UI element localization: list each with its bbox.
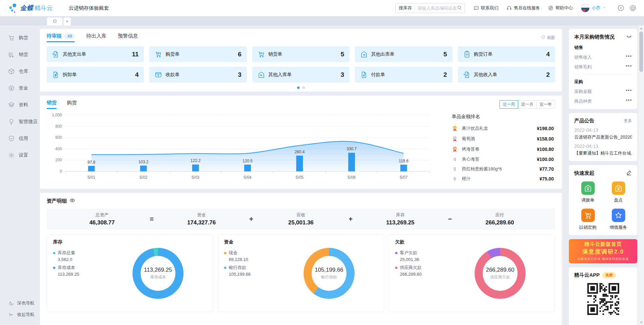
month-summary-title: 本月采购销售情况	[574, 34, 614, 40]
todo-card-其他支出单[interactable]: 其他支出单11	[47, 46, 144, 62]
sales-trend-chart: 02004006008001,00097.8103.2122.2120.5280…	[47, 112, 444, 185]
month-summary-card: 本月采购销售情况 销售销售收入***销售毛利***采购采购金额***商品种类**…	[569, 29, 637, 109]
sidebar-item-智慧微店[interactable]: 智慧微店	[0, 113, 39, 130]
home-icon	[52, 18, 57, 25]
range-button-近一年[interactable]: 近一年	[536, 100, 555, 109]
refresh-button[interactable]: 刷新	[541, 35, 555, 41]
survey-banner[interactable]: 精斗云新版首页 满意度调研2.0 全新首页已到来 期待收到您的反馈	[569, 239, 637, 263]
todo-card-拆卸单[interactable]: 拆卸单4	[47, 67, 144, 83]
todo-card-收款单[interactable]: 收款单3	[149, 67, 247, 83]
todo-tab-预警信息[interactable]: 预警信息	[118, 33, 138, 42]
workspace-tabstrip: ▼	[0, 16, 644, 25]
search-icon[interactable]	[457, 5, 462, 11]
todo-card-count: 6	[238, 51, 241, 58]
edit-icon[interactable]	[626, 170, 632, 177]
todo-card-销货单[interactable]: 销货单5	[252, 46, 350, 62]
search-input[interactable]	[418, 6, 457, 11]
todo-card-付款单[interactable]: 付款单2	[355, 67, 452, 83]
ranking-row: 3烤海苔卷¥100.80	[452, 146, 554, 153]
banner-line3: 全新首页已到来 期待收到您的反馈	[577, 257, 629, 261]
header-link[interactable]: 联系我们	[474, 5, 498, 11]
search-divider	[415, 5, 415, 11]
sidebar-item-资金[interactable]: 资金	[0, 80, 39, 97]
donut-legend-item: 库存成本113,269.25	[53, 265, 109, 277]
gear-icon	[8, 152, 15, 159]
donut-legend-item: 现金69,128.10	[224, 250, 280, 262]
app-logo[interactable]: 金蝶精斗云	[9, 3, 53, 13]
sidebar-item-设置[interactable]: 设置	[0, 147, 39, 164]
todo-card-购货订单[interactable]: 购货订单4	[458, 46, 555, 62]
todo-card-count: 5	[341, 51, 344, 58]
scroll-up-arrow[interactable]: ▲	[638, 25, 644, 31]
quick-action-以销定购[interactable]: 以销定购	[574, 209, 601, 230]
assets-detail-panel: 资产明细 总资产46,308.77=资金174,327.76+应收25,001.…	[40, 193, 562, 325]
svg-text:122.2: 122.2	[191, 158, 201, 163]
inventory-search[interactable]: 搜库存	[395, 3, 465, 13]
sidebar-footer-深色导航[interactable]: 深色导航	[0, 297, 39, 309]
formula-term-库存: 库存113,269.25	[358, 212, 442, 226]
summary-section-heading: 销售	[574, 45, 632, 51]
svg-text:800: 800	[55, 124, 62, 129]
avatar[interactable]	[581, 4, 590, 12]
eye-closed-icon[interactable]	[626, 34, 632, 41]
sidebar-item-销货[interactable]: 销货	[0, 46, 39, 63]
sidebar-item-信用[interactable]: 信用	[0, 130, 39, 147]
svg-text:2: 2	[454, 137, 455, 140]
logout-button[interactable]	[629, 4, 637, 12]
trend-tab-销货[interactable]: 销货	[47, 100, 57, 109]
trend-tab-购货[interactable]: 购货	[67, 100, 77, 109]
sidebar-item-购货[interactable]: 购货	[0, 30, 39, 46]
quick-action-增值服务[interactable]: 增值服务	[605, 209, 632, 230]
shield-check-icon	[8, 135, 15, 142]
pagination-dot[interactable]	[303, 87, 305, 89]
announcements-more-link[interactable]: 更多	[624, 118, 632, 124]
scrollbar-thumb[interactable]	[639, 32, 643, 72]
svg-text:120.5: 120.5	[243, 159, 253, 163]
quick-action-调拨单[interactable]: 调拨单	[574, 181, 601, 203]
todo-panel: 待审核49待出入库预警信息 刷新 其他支出单11购货单6销货单5其他出库单5购货…	[40, 29, 562, 92]
star-icon	[614, 211, 623, 219]
back-button[interactable]	[617, 4, 625, 12]
sales-trend-panel: 销货购货近一周近一月近一年 02004006008001,00097.8103.…	[40, 96, 562, 189]
formula-operator: +	[343, 215, 358, 223]
ranking-item-name: 烤海苔卷	[462, 146, 534, 152]
scroll-down-arrow[interactable]: ▼	[638, 320, 644, 325]
edit-icon	[626, 170, 632, 175]
header-link[interactable]: 帮助中心	[548, 5, 573, 11]
assets-formula: 总资产46,308.77=资金174,327.76+应收25,001.36+库存…	[47, 209, 555, 229]
range-button-近一周[interactable]: 近一周	[499, 100, 518, 109]
summary-row-销售收入: 销售收入***	[574, 54, 632, 60]
sidebar-item-资料[interactable]: 资料	[0, 97, 39, 113]
ranking-item-name: 夹心海苔	[462, 156, 534, 162]
pagination-dot[interactable]	[297, 87, 300, 89]
tab-dropdown[interactable]: ▼	[63, 17, 71, 25]
trolley-icon	[8, 51, 15, 58]
eye-icon[interactable]	[69, 198, 75, 205]
todo-card-其他收入单[interactable]: 其他收入单2	[458, 67, 555, 83]
range-button-近一月[interactable]: 近一月	[518, 100, 537, 109]
sidebar-item-仓库[interactable]: 仓库	[0, 63, 39, 80]
formula-operator: +	[244, 215, 259, 223]
ranking-title: 单品金额排名	[452, 114, 554, 120]
todo-card-其他出库单[interactable]: 其他出库单5	[355, 46, 452, 62]
donut-chart-库存: 113,269.25库存成本	[132, 248, 183, 299]
user-menu[interactable]: 小乔	[581, 4, 606, 12]
todo-tab-待审核[interactable]: 待审核49	[47, 33, 75, 42]
header-link[interactable]: 售后在线服务	[506, 5, 540, 11]
sidebar-footer-收起导航[interactable]: 收起导航	[0, 309, 39, 320]
page-scrollbar[interactable]: ▲ ▼	[638, 25, 644, 325]
todo-card-count: 4	[135, 71, 139, 78]
formula-operator: =	[144, 215, 159, 223]
todo-card-count: 3	[341, 71, 344, 78]
todo-card-其他入库单[interactable]: 其他入库单3	[252, 67, 350, 83]
card-pagination	[47, 87, 555, 89]
announcement-item[interactable]: 2022-04-13【重要通知】精斗云工作台域...	[574, 144, 632, 156]
todo-tab-待出入库[interactable]: 待出入库	[86, 33, 106, 42]
quick-action-盘点[interactable]: 盘点	[605, 181, 632, 203]
home-tab[interactable]	[47, 17, 62, 25]
todo-card-购货单[interactable]: 购货单6	[149, 46, 247, 62]
free-badge: 免费	[602, 272, 616, 278]
card-yen-icon	[155, 71, 162, 78]
announcement-item[interactable]: 2022-04-13云进销存产品更新公告_20220...	[574, 127, 632, 140]
donut-legend-item: 银行存款105,199.66	[224, 265, 280, 277]
